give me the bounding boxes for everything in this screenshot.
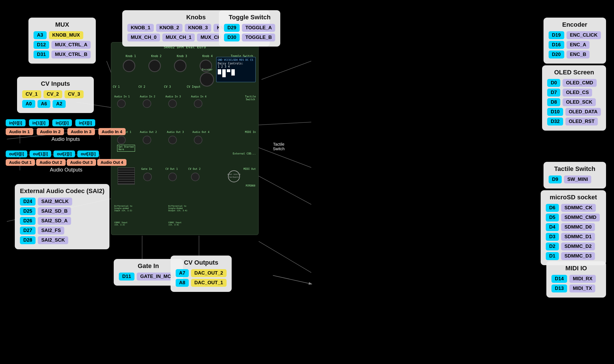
- gate-row-1: D11 GATE_IN_MCU: [119, 273, 178, 281]
- oled-label-cmd: OLED_CMD: [563, 79, 596, 87]
- codec-pin-d26: D26: [20, 217, 36, 225]
- gate-in-title: Gate In: [119, 262, 178, 270]
- audio-in-name-4: Audio In 4: [98, 128, 126, 135]
- oled-label-sck: OLED_SCK: [563, 98, 596, 106]
- audio-in-name-2: Audio In 2: [37, 128, 64, 135]
- cv-out-row-2: A8 DAC_OUT_1: [176, 279, 227, 287]
- pcb-board: Seed2 DFM Eval Euro Knob 1 Knob 2 Knob 3…: [111, 42, 259, 235]
- midi-label-rx: MIDI_RX: [569, 275, 596, 283]
- codec-label-sd-b: SAI2_SD_B: [38, 207, 71, 215]
- codec-row-2: D25 SAI2_SD_B: [20, 207, 104, 215]
- tactile-switch-pcb-annotation: TactileSwitch: [273, 142, 285, 151]
- cv-pin-row: A0 A6 A2: [22, 100, 89, 108]
- cv-out-pin-a8: A8: [176, 279, 189, 287]
- pcb-gate-in-pcb-label: Gate In: [141, 168, 152, 170]
- audio-out-code-1: out[1][i]: [30, 150, 51, 157]
- codec-label-mclk: SAI2_MCLK: [38, 198, 72, 206]
- sd-pin-d2: D2: [546, 242, 559, 250]
- oled-pin-d10: D10: [547, 108, 563, 116]
- pcb-knob3-label: Knob 3: [177, 55, 187, 58]
- toggle-switch-group: Toggle Switch D29 TOGGLE_A D30 TOGGLE_B: [219, 10, 280, 47]
- toggle-switch-title: Toggle Switch: [224, 14, 275, 21]
- pcb-oled-bars: [218, 69, 254, 77]
- encoder-row-1: D19 ENC_CLICK: [549, 31, 601, 39]
- pcb-audio-out-3-label: Audio Out 3: [167, 131, 184, 133]
- tactile-row-1: D9 SW_MINI: [549, 175, 601, 183]
- oled-pin-d8: D8: [547, 98, 560, 106]
- mux-group: MUX A3 KNOB_MUX D12 MUX_CTRL_A D31 MUX_C…: [28, 18, 96, 64]
- svg-line-22: [273, 275, 311, 284]
- audio-in-code-3: in[3][i]: [75, 119, 95, 126]
- audio-output-code-row: out[0][i] out[1][i] out[2][i] out[3][i]: [6, 150, 126, 157]
- mux-row-1: A3 KNOB_MUX: [34, 31, 91, 39]
- toggle-row-2: D30 TOGGLE_B: [224, 34, 275, 41]
- tactile-label-sw-mini: SW_MINI: [564, 175, 592, 183]
- pcb-osh-logo: open source hardware: [227, 169, 241, 183]
- knob-badge-mux1: MUX_CH_1: [162, 34, 195, 41]
- sd-pin-d1: D1: [546, 252, 559, 260]
- knob-badge-mux0: MUX_CH_0: [127, 34, 160, 41]
- sd-pin-d4: D4: [546, 223, 559, 231]
- codec-pin-d25: D25: [20, 207, 36, 215]
- pcb-jack-out-2: [143, 136, 151, 144]
- encoder-row-2: D16 ENC_A: [549, 41, 601, 49]
- microsd-title: microSD socket: [546, 194, 601, 201]
- audio-inputs-group: in[0][i] in[1][i] in[2][i] in[3][i] Audi…: [6, 119, 126, 142]
- oled-row-4: D10 OLED_DATA: [547, 108, 601, 116]
- pcb-cv-out-1-pcb-label: CV Out 1: [165, 168, 178, 170]
- pcb-cv3-jack-label: CV 3: [164, 85, 171, 88]
- cv-out-pin-a7: A7: [176, 269, 189, 277]
- cv-out-label-2: DAC_OUT_2: [191, 269, 227, 277]
- codec-pin-d27: D27: [20, 227, 36, 235]
- sd-label-d0: SDMMC_D0: [561, 223, 595, 231]
- cv-pin-a0: A0: [22, 100, 35, 108]
- midi-label-tx: MIDI_TX: [569, 284, 595, 292]
- encoder-label-b: ENC_B: [567, 51, 590, 58]
- pcb-jack-in-4: [194, 99, 202, 108]
- mux-row-3: D31 MUX_CTRL_B: [34, 51, 91, 58]
- oled-title: OLED Screen: [547, 69, 601, 76]
- midi-pin-d13: D13: [551, 284, 567, 292]
- pcb-knob-1: [123, 60, 135, 72]
- pcb-cv-input-label: CV Input: [187, 85, 200, 88]
- encoder-title: Encoder: [549, 21, 601, 28]
- cv-outputs-title: CV Outputs: [176, 259, 227, 266]
- cv-outputs-group: CV Outputs A7 DAC_OUT_2 A8 DAC_OUT_1: [171, 256, 232, 292]
- oled-row-3: D8 OLED_SCK: [547, 98, 601, 106]
- external-codec-group: External Audio Codec (SAI2) D24 SAI2_MCL…: [15, 184, 109, 249]
- pcb-cv2-jack-label: CV 2: [138, 85, 145, 88]
- cv-pin-a6: A6: [38, 100, 51, 108]
- pcb-ext-codec-label: External COD...: [233, 152, 256, 155]
- sd-pin-d3: D3: [546, 233, 559, 241]
- audio-out-code-3: out[3][i]: [77, 150, 99, 157]
- knob-badge-2: KNOB_2: [156, 24, 182, 32]
- toggle-label-a: TOGGLE_A: [242, 24, 275, 32]
- audio-in-code-1: in[1][i]: [29, 119, 49, 126]
- pcb-diff-input-label: Differential toSingle-endedInput (Ch. 1-…: [114, 205, 132, 212]
- oled-label-cs: OLED_CS: [563, 89, 592, 97]
- codec-label-fs: SAI2_FS: [38, 227, 64, 235]
- audio-in-name-3: Audio In 3: [67, 128, 95, 135]
- cv-pin-a2: A2: [53, 100, 66, 108]
- mux-label-knob-mux: KNOB_MUX: [49, 31, 83, 39]
- cv-inputs-title: CV Inputs: [22, 80, 89, 87]
- microsd-group: microSD socket D6 SDMMC_CK D5 SDMMC_CMD …: [541, 190, 606, 265]
- pcb-codec-label: PCM3060: [246, 185, 255, 187]
- oled-label-data: OLED_DATA: [565, 108, 601, 116]
- sd-row-1: D6 SDMMC_CK: [546, 204, 601, 212]
- audio-input-code-row: in[0][i] in[1][i] in[2][i] in[3][i]: [6, 119, 126, 126]
- codec-label-sd-a: SAI2_SD_A: [38, 217, 71, 225]
- pcb-knob1-label: Knob 1: [126, 55, 136, 58]
- sd-label-d1: SDMMC_D1: [561, 233, 595, 241]
- mux-label-ctrl-a: MUX_CTRL_A: [51, 41, 91, 49]
- svg-line-6: [259, 148, 311, 168]
- pcb-audio-out-2-label: Audio Out 2: [140, 131, 157, 133]
- oled-pin-d32: D32: [547, 118, 563, 125]
- audio-out-name-3: Audio Out 3: [67, 159, 96, 166]
- svg-line-9: [259, 176, 311, 204]
- encoder-pin-d19: D19: [549, 31, 564, 39]
- sd-row-4: D3 SDMMC_D1: [546, 233, 601, 241]
- pcb-knob-3: [174, 60, 186, 72]
- oled-screen-group: OLED Screen D0 OLED_CMD D7 OLED_CS D8 OL…: [542, 65, 606, 131]
- mux-row-2: D12 MUX_CTRL_A: [34, 41, 91, 49]
